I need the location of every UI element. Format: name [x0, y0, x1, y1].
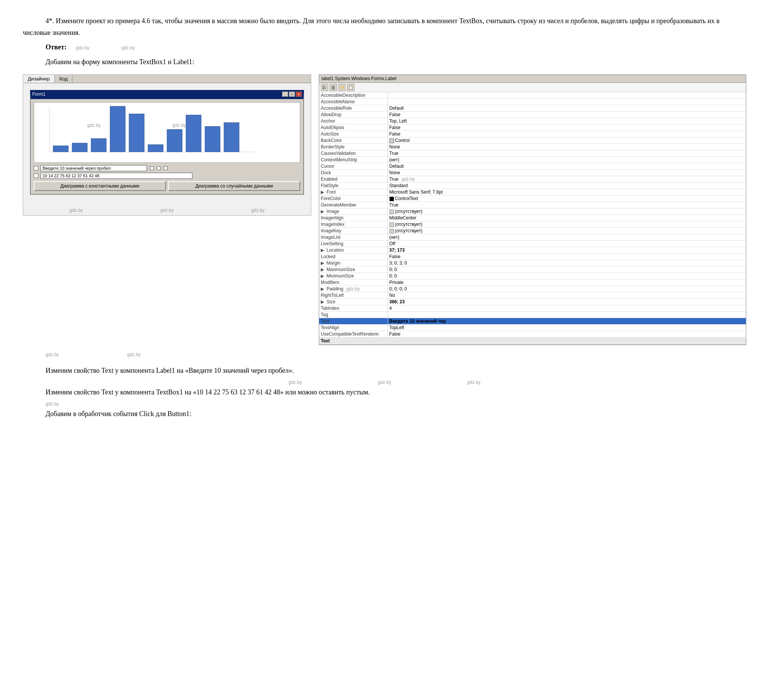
minimize-btn[interactable]: _ [282, 92, 288, 97]
close-btn[interactable]: ✕ [296, 92, 302, 97]
prop-row-livesetting: LiveSetting Off [319, 241, 746, 247]
watermark-2: gdz.by [121, 45, 135, 50]
prop-name: Text [319, 318, 388, 325]
prop-value[interactable]: False [388, 112, 746, 118]
change-text-2: Изменим свойство Text у компонента TextB… [23, 386, 746, 398]
expand-font-icon[interactable]: ▶ [321, 190, 324, 195]
prop-value[interactable]: Off [388, 241, 746, 247]
forecolor-swatch [389, 196, 394, 201]
prop-value[interactable] [388, 312, 746, 318]
prop-value[interactable]: 37; 173 [388, 247, 746, 254]
tab-designer[interactable]: Дизайнер [23, 75, 55, 83]
expand-image-icon[interactable]: ▶ [321, 209, 324, 214]
prop-row-tabindex: TabIndex 4 [319, 305, 746, 312]
prop-row-cursor: Cursor Default [319, 163, 746, 170]
prop-value[interactable]: ControlText [388, 195, 746, 202]
prop-value[interactable]: Top, Left [388, 118, 746, 124]
props-cat-btn[interactable]: ||| [330, 84, 337, 91]
prop-row-min-size: ▶ MinimumSize 0; 0 [319, 273, 746, 279]
restore-btn[interactable]: □ [289, 92, 295, 97]
props-sort-btn[interactable]: 2↓ [321, 84, 328, 91]
prop-value[interactable]: False [388, 124, 746, 131]
prop-value[interactable]: 366; 23 [388, 299, 746, 305]
prop-value[interactable]: TopLeft [388, 325, 746, 331]
prop-value[interactable]: 4 [388, 305, 746, 312]
props-page-btn[interactable]: 📋 [347, 84, 354, 91]
prop-value[interactable]: 3; 0; 3; 0 [388, 260, 746, 267]
prop-value[interactable] [388, 92, 746, 99]
props-section-text: Text [319, 338, 746, 345]
expand-minsize-icon[interactable]: ▶ [321, 273, 324, 278]
expand-maxsize-icon[interactable]: ▶ [321, 267, 324, 272]
prop-value[interactable]: False [388, 254, 746, 260]
prop-value[interactable]: False [388, 131, 746, 137]
prop-value[interactable] [388, 99, 746, 105]
value-textbox[interactable]: 10 14 22 75 63 12 37 61 42 48 [40, 173, 192, 179]
prop-name: ▶ MinimumSize [319, 273, 388, 279]
wm-c3: gdz.by [467, 380, 481, 385]
prop-value[interactable]: 0; 0 [388, 273, 746, 279]
prop-value[interactable]: True [388, 202, 746, 208]
prop-value[interactable]: Default [388, 163, 746, 170]
label-textbox[interactable]: Введите 10 значений через пробел [40, 165, 147, 171]
prop-value[interactable]: Microsoft Sans Serif; 7.8pt [388, 189, 746, 195]
expand-margin-icon[interactable]: ▶ [321, 261, 324, 266]
prop-row-context-menu: ContextMenuStrip (нет) [319, 157, 746, 163]
prop-value[interactable]: (нет) [388, 234, 746, 241]
prop-value[interactable]: 0; 0 [388, 267, 746, 273]
image-swatch [389, 209, 394, 214]
prop-row-borderstyle: BorderStyle None [319, 144, 746, 150]
prop-name: ▶ MaximumSize [319, 267, 388, 273]
props-event-btn[interactable]: ⚡ [338, 84, 346, 91]
prop-value[interactable]: Control [388, 137, 746, 144]
prop-name: AutoEllipsis [319, 124, 388, 131]
expand-size-icon[interactable]: ▶ [321, 299, 324, 304]
prop-row-righttoleft: RightToLeft No [319, 292, 746, 299]
props-title: label1 System.Windows.Forms.Label [319, 75, 746, 83]
prop-row-max-size: ▶ MaximumSize 0; 0 [319, 267, 746, 273]
prop-value[interactable]: (отсутствует) [388, 208, 746, 215]
prop-value[interactable]: Default [388, 105, 746, 112]
prop-row-text[interactable]: Text Введите 10 значений чер [319, 318, 746, 325]
prop-row-image: ▶ Image (отсутствует) [319, 208, 746, 215]
prop-value[interactable]: Private [388, 279, 746, 286]
prop-name: AccessibleDescription [319, 92, 388, 99]
prop-name: Enabled [319, 176, 388, 183]
prop-name: AutoSize [319, 131, 388, 137]
watermark-m2: gdz.by [127, 352, 140, 357]
prop-row-tag: Tag [319, 312, 746, 318]
designer-tabs: Дизайнер Код [23, 75, 311, 83]
prop-name: TextAlign [319, 325, 388, 331]
prop-value[interactable]: Truegdz.by [388, 176, 746, 183]
prop-row-causes-validation: CausesValidation True [319, 150, 746, 157]
prop-value[interactable]: (отсутствует) [388, 221, 746, 228]
watermarks-row-2: gdz.by gdz.by gdz.by [23, 380, 746, 385]
prop-name: Tag [319, 312, 388, 318]
btn-random[interactable]: Диаграмма со случайными данными [168, 181, 300, 191]
prop-value[interactable]: None [388, 144, 746, 150]
prop-value[interactable]: Standard [388, 183, 746, 189]
tab-code[interactable]: Код [55, 75, 72, 83]
expand-location-icon[interactable]: ▶ [321, 248, 324, 253]
prop-value[interactable]: Введите 10 значений чер [388, 318, 746, 325]
prop-name: LiveSetting [319, 241, 388, 247]
btn-constant[interactable]: Диаграмма с константными данными [34, 181, 166, 191]
imagekey-swatch [389, 229, 394, 233]
expand-padding-icon[interactable]: ▶ [321, 286, 324, 291]
prop-value[interactable]: (отсутствует) [388, 228, 746, 234]
prop-value[interactable]: No [388, 292, 746, 299]
prop-name: ▶ Image [319, 208, 388, 215]
prop-value[interactable]: False [388, 331, 746, 338]
prop-row-enabled: Enabled Truegdz.by [319, 176, 746, 183]
prop-name: ImageList [319, 234, 388, 241]
prop-value[interactable]: MiddleCenter [388, 215, 746, 221]
prop-name: ContextMenuStrip [319, 157, 388, 163]
designer-panel: Дизайнер Код Form1 _ □ ✕ [23, 74, 311, 216]
prop-value[interactable]: 0; 0; 0; 0 [388, 286, 746, 292]
prop-value[interactable]: True [388, 150, 746, 157]
prop-value[interactable]: None [388, 170, 746, 176]
svg-rect-6 [129, 114, 144, 152]
watermark-below-2: gdz.by [160, 208, 174, 213]
prop-name: ▶ Size [319, 299, 388, 305]
prop-value[interactable]: (нет) [388, 157, 746, 163]
